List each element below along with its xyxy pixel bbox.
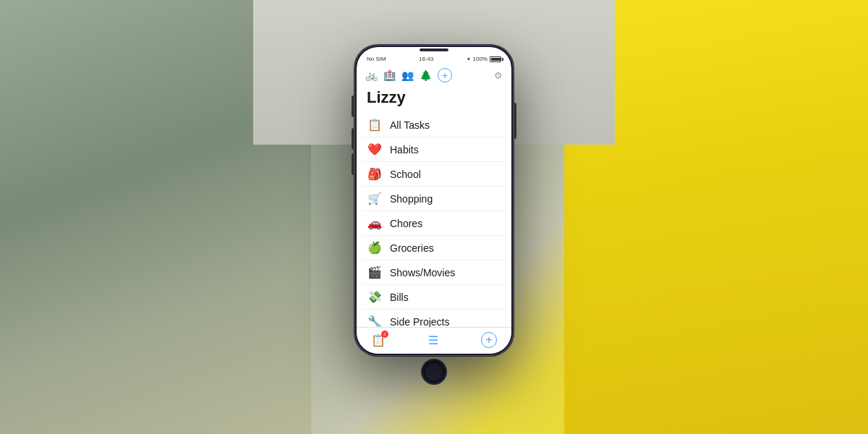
tasks-badge: 2 [381, 331, 388, 338]
groceries-label: Groceries [390, 242, 434, 254]
user-name: Lizzy [357, 85, 511, 113]
status-bar: No SIM 16:43 ✦ 100% [357, 51, 511, 64]
list-container: 📋 All Tasks ❤️ Habits 🎒 School 🛒 Shoppin… [357, 113, 511, 327]
list-item-groceries[interactable]: 🍏 Groceries [362, 236, 506, 260]
list-item-shows[interactable]: 🎬 Shows/Movies [362, 260, 506, 285]
tab-list-button[interactable]: ☰ [428, 333, 438, 347]
emoji-icons-group: 🚲 🏥 👥 🌲 + [365, 68, 452, 82]
home-button[interactable] [421, 359, 447, 385]
list-item-all-tasks[interactable]: 📋 All Tasks [362, 113, 506, 137]
people-icon: 👥 [401, 70, 414, 80]
settings-icon[interactable]: ⚙ [494, 70, 503, 81]
tab-bar: 📋 2 ☰ + [357, 327, 511, 354]
school-label: School [390, 169, 421, 180]
battery-icon [490, 56, 501, 62]
chores-label: Chores [390, 218, 422, 229]
all-tasks-icon: 📋 [367, 118, 383, 132]
shopping-label: Shopping [390, 193, 433, 205]
battery-text: 100% [473, 56, 488, 62]
bike-icon: 🚲 [365, 70, 378, 80]
time-text: 16:43 [419, 56, 433, 62]
tab-plus-icon: + [485, 333, 492, 346]
medical-icon: 🏥 [383, 70, 396, 80]
habits-icon: ❤️ [367, 142, 383, 156]
list-item-bills[interactable]: 💸 Bills [362, 285, 506, 310]
phone-inner: No SIM 16:43 ✦ 100% 🚲 🏥 👥 [357, 47, 511, 354]
list-item-side-projects[interactable]: 🔧 Side Projects [362, 310, 506, 327]
habits-label: Habits [390, 144, 419, 156]
bills-label: Bills [390, 292, 409, 303]
list-view-icon: ☰ [428, 334, 438, 346]
tree-icon: 🌲 [420, 70, 432, 80]
list-item-habits[interactable]: ❤️ Habits [362, 137, 506, 162]
carrier-text: No SIM [367, 56, 386, 62]
top-icons-row: 🚲 🏥 👥 🌲 + ⚙ [357, 64, 511, 85]
school-icon: 🎒 [367, 167, 383, 181]
bluetooth-icon: ✦ [467, 56, 471, 62]
side-projects-label: Side Projects [390, 316, 449, 328]
list-item-shopping[interactable]: 🛒 Shopping [362, 187, 506, 211]
side-projects-icon: 🔧 [367, 315, 383, 327]
screen: No SIM 16:43 ✦ 100% 🚲 🏥 👥 [357, 47, 511, 354]
phone-wrapper: No SIM 16:43 ✦ 100% 🚲 🏥 👥 [354, 45, 514, 389]
plus-icon: + [442, 70, 448, 80]
tab-tasks-button[interactable]: 📋 2 [371, 333, 386, 347]
groceries-icon: 🍏 [367, 241, 383, 255]
shopping-icon: 🛒 [367, 192, 383, 205]
status-right: ✦ 100% [467, 56, 501, 62]
phone: No SIM 16:43 ✦ 100% 🚲 🏥 👥 [354, 45, 514, 356]
shows-icon: 🎬 [367, 265, 383, 279]
list-item-chores[interactable]: 🚗 Chores [362, 211, 506, 236]
add-list-button[interactable]: + [438, 68, 452, 82]
chores-icon: 🚗 [367, 216, 383, 230]
shows-label: Shows/Movies [390, 267, 455, 278]
bills-icon: 💸 [367, 290, 383, 304]
list-item-school[interactable]: 🎒 School [362, 162, 506, 187]
all-tasks-label: All Tasks [390, 119, 430, 131]
tab-add-button[interactable]: + [481, 332, 497, 348]
